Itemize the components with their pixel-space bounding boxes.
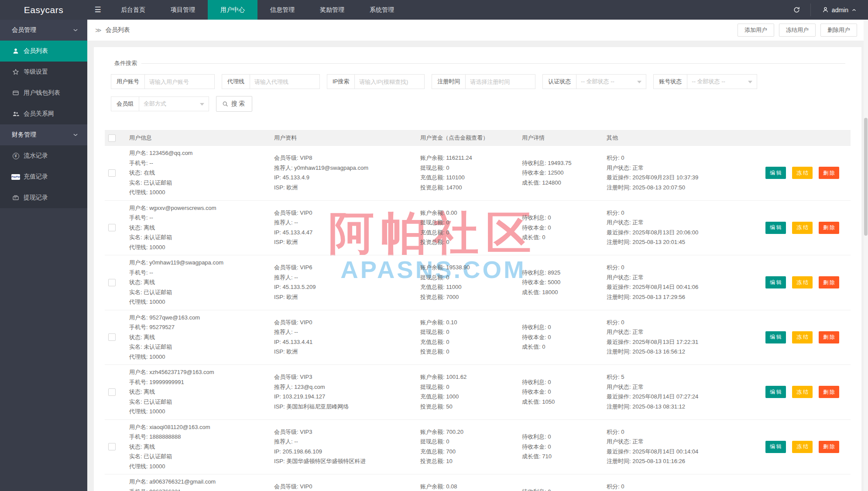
- username-link-value[interactable]: wgxxv@powerscrews.com: [149, 205, 216, 211]
- select-all-checkbox[interactable]: [108, 134, 116, 142]
- refresh-icon[interactable]: [783, 0, 810, 20]
- del-button[interactable]: 删除: [819, 222, 839, 234]
- freeze-button[interactable]: 冻结: [792, 441, 813, 453]
- username-link-value[interactable]: y0mhaw119@swagpapa.com: [149, 259, 223, 266]
- row-checkbox[interactable]: [108, 224, 116, 231]
- del-button[interactable]: 删除: [819, 167, 839, 179]
- withdraw-total-value[interactable]: 0: [446, 438, 449, 445]
- recharge-total-value[interactable]: 1000: [446, 393, 459, 400]
- balance-value[interactable]: 0.10: [446, 319, 457, 326]
- user-menu[interactable]: admin: [811, 0, 868, 20]
- edit-button[interactable]: 编辑: [765, 276, 786, 288]
- field-label: 充值总额:: [420, 339, 446, 345]
- pending-interest: 待收利息: 0: [522, 378, 607, 388]
- sidebar-item-withdraw[interactable]: 提现记录: [0, 187, 87, 208]
- nav-item-3[interactable]: 用户中心: [208, 0, 257, 20]
- table-header-col-4: 用户详情: [522, 134, 607, 142]
- invest-total-value[interactable]: 10: [446, 458, 452, 464]
- nav-item-4[interactable]: 信息管理: [257, 0, 307, 20]
- field-label: 状态:: [129, 443, 144, 450]
- header-checkbox-cell: [105, 134, 129, 142]
- withdraw-total-value[interactable]: 0: [446, 165, 449, 171]
- recharge-total-value[interactable]: 700: [446, 448, 456, 455]
- search-input[interactable]: [145, 74, 215, 89]
- edit-button[interactable]: 编辑: [765, 386, 786, 398]
- withdraw-total-value[interactable]: 0: [446, 329, 449, 335]
- withdraw-total-value[interactable]: 0: [446, 219, 449, 226]
- search-input[interactable]: [355, 74, 425, 89]
- freeze-button[interactable]: 冻结: [792, 276, 813, 288]
- username-link-value[interactable]: 9527qwe@163.com: [149, 314, 200, 321]
- scrollbar-thumb[interactable]: [864, 118, 868, 236]
- del-button[interactable]: 删除: [819, 276, 839, 288]
- balance-value[interactable]: 19538.90: [446, 264, 470, 271]
- invest-total-value[interactable]: 7000: [446, 294, 459, 300]
- toolbar-button-1[interactable]: 添加用户: [738, 24, 774, 37]
- edit-button[interactable]: 编辑: [765, 222, 786, 234]
- edit-button[interactable]: 编辑: [765, 167, 786, 179]
- content-card: 阿帕社区 APASNS.COM 条件搜索 用户账号代理线IP搜索注册时间认证状态…: [94, 47, 861, 491]
- balance-value[interactable]: 0.00: [446, 209, 457, 216]
- search-select[interactable]: -- 全部状态 --: [576, 74, 646, 89]
- recharge-total-value[interactable]: 0: [446, 229, 449, 236]
- search-input[interactable]: [466, 74, 535, 89]
- phone-value: --: [149, 160, 153, 166]
- nav-item-1[interactable]: 后台首页: [108, 0, 158, 20]
- username-link-value[interactable]: xzh456237179@163.com: [149, 369, 214, 375]
- field-label: 用户状态:: [607, 165, 632, 171]
- search-button[interactable]: 搜索: [216, 96, 252, 112]
- freeze-button[interactable]: 冻结: [792, 386, 813, 398]
- edit-button[interactable]: 编辑: [765, 331, 786, 343]
- recharge-total-value[interactable]: 11000: [446, 284, 461, 290]
- points-value: 0: [621, 155, 624, 161]
- search-select[interactable]: -- 全部状态 --: [687, 74, 757, 89]
- balance-value[interactable]: 700.20: [446, 429, 463, 435]
- withdraw-total-value[interactable]: 0: [446, 274, 449, 281]
- row-checkbox[interactable]: [108, 388, 116, 396]
- sidebar-item-people[interactable]: 会员关系网: [0, 103, 87, 124]
- edit-button[interactable]: 编辑: [765, 441, 786, 453]
- withdraw-total-value[interactable]: 0: [446, 384, 449, 390]
- member-group-select[interactable]: 全部方式: [139, 96, 209, 111]
- sidebar-item-paypal[interactable]: PayPal充值记录: [0, 166, 87, 187]
- username-link-value[interactable]: xiaoqi081120@163.com: [149, 424, 210, 430]
- sidebar-item-person[interactable]: 会员列表: [0, 41, 87, 62]
- del-button[interactable]: 删除: [819, 441, 839, 453]
- recharge-total-value[interactable]: 110100: [446, 174, 464, 181]
- sidebar-item-star[interactable]: 等级设置: [0, 62, 87, 82]
- freeze-button[interactable]: 冻结: [792, 167, 813, 179]
- del-button[interactable]: 删除: [819, 331, 839, 343]
- invest-total-value[interactable]: 0: [446, 239, 449, 245]
- row-checkbox[interactable]: [108, 443, 116, 450]
- freeze-button[interactable]: 冻结: [792, 331, 813, 343]
- invest-total-value[interactable]: 50: [446, 403, 452, 410]
- field-label: 推荐人:: [274, 384, 294, 390]
- hamburger-icon[interactable]: ☰: [87, 0, 108, 20]
- freeze-button[interactable]: 冻结: [792, 222, 813, 234]
- sidebar-group-header-1[interactable]: 会员管理: [0, 20, 87, 41]
- toolbar-button-2[interactable]: 冻结用户: [779, 24, 816, 37]
- sidebar-item-wallet[interactable]: 用户钱包列表: [0, 82, 87, 103]
- balance-value[interactable]: 0.08: [446, 483, 457, 490]
- nav-item-5[interactable]: 奖励管理: [307, 0, 357, 20]
- row-checkbox[interactable]: [108, 333, 116, 341]
- del-button[interactable]: 删除: [819, 386, 839, 398]
- balance-value[interactable]: 116211.24: [446, 155, 472, 161]
- nav-item-2[interactable]: 项目管理: [158, 0, 208, 20]
- search-input[interactable]: [250, 74, 320, 89]
- toolbar-button-3[interactable]: 删除用户: [820, 24, 857, 37]
- invest-total-value[interactable]: 14700: [446, 184, 462, 191]
- row-checkbox[interactable]: [108, 169, 116, 177]
- username-link-value[interactable]: a9063766321@gmail.com: [149, 478, 216, 485]
- sidebar-item-yen[interactable]: ¥流水记录: [0, 145, 87, 166]
- username-link-value[interactable]: 123456@qq.com: [149, 150, 192, 156]
- field-label: 代理线:: [129, 408, 149, 415]
- row-checkbox[interactable]: [108, 279, 116, 286]
- recharge-total-value[interactable]: 0: [446, 339, 449, 345]
- field-label: 用户状态:: [607, 274, 632, 281]
- sidebar-group-header-2[interactable]: 财务管理: [0, 124, 87, 145]
- invest-total-value[interactable]: 0: [446, 348, 449, 355]
- scrollbar-track[interactable]: [864, 20, 868, 491]
- nav-item-6[interactable]: 系统管理: [357, 0, 407, 20]
- balance-value[interactable]: 1001.62: [446, 374, 467, 380]
